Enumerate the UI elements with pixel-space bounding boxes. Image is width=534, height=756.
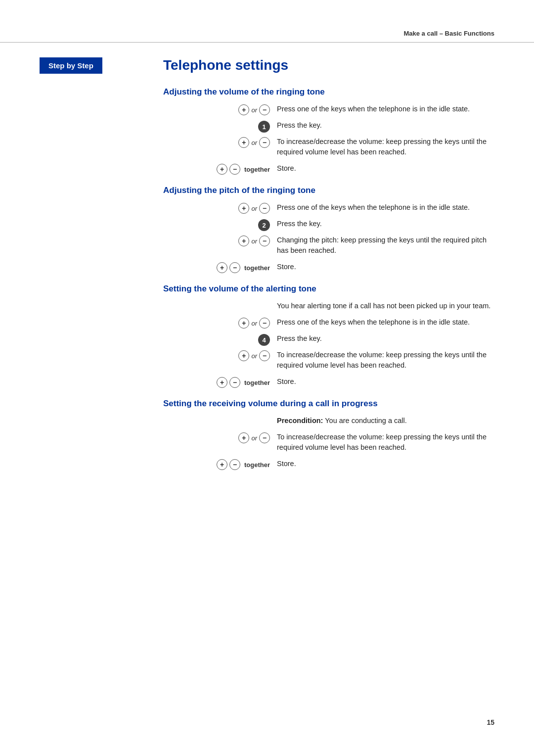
or-label-6: or: [251, 352, 257, 360]
header-text: Make a call – Basic Functions: [403, 30, 494, 37]
key-area-3-2: 4: [163, 333, 277, 346]
key-number-4: 4: [258, 334, 270, 346]
minus-key-together-4: −: [229, 459, 240, 470]
minus-key-4: −: [259, 236, 270, 246]
row-4-2: + − together Store.: [163, 459, 494, 472]
key-area-2-1: + or −: [163, 202, 277, 214]
step-by-step-label: Step by Step: [40, 57, 102, 74]
together-label-3: together: [244, 379, 270, 386]
instruction-3-2: Press the key.: [277, 333, 494, 347]
key-number-1: 1: [258, 121, 270, 133]
together-label-4: together: [244, 461, 270, 469]
minus-key-3: −: [259, 203, 270, 214]
section-title-3: Setting the volume of the alerting tone: [163, 284, 494, 294]
minus-key-6: −: [259, 350, 270, 361]
key-combo-plus-or-minus-2: + or −: [238, 137, 270, 148]
or-label-3: or: [251, 205, 257, 212]
precondition-row: Precondition: You are conducting a call.: [277, 416, 494, 429]
minus-key-together-3: −: [229, 377, 240, 388]
row-2-2: 2 Press the key.: [163, 219, 494, 232]
key-combo-3-1: + or −: [238, 318, 270, 329]
key-area-3-1: + or −: [163, 317, 277, 329]
key-area-4-1: + or −: [163, 432, 277, 443]
or-label-2: or: [251, 139, 257, 146]
left-column: Step by Step: [40, 43, 148, 481]
instruction-4-2: Store.: [277, 459, 494, 472]
instruction-1-3: To increase/decrease the volume: keep pr…: [277, 137, 494, 160]
row-4-1: + or − To increase/decrease the volume: …: [163, 432, 494, 456]
key-area-2-2: 2: [163, 219, 277, 231]
row-3-intro: You hear alerting tone if a call has not…: [163, 301, 494, 314]
right-column: Telephone settings Adjusting the volume …: [148, 43, 494, 481]
key-area-1-3: + or −: [163, 137, 277, 148]
key-area-3-3: + or −: [163, 350, 277, 361]
section-adjusting-volume-ringing: Adjusting the volume of the ringing tone…: [163, 87, 494, 177]
key-together-2: + − together: [217, 262, 270, 273]
section-title-4: Setting the receiving volume during a ca…: [163, 399, 494, 409]
key-area-1-4: + − together: [163, 163, 277, 175]
minus-key-2: −: [259, 137, 270, 148]
plus-key-2: +: [238, 137, 249, 148]
row-1-3: + or − To increase/decrease the volume: …: [163, 137, 494, 160]
plus-key-together-3: +: [217, 377, 227, 388]
instruction-2-3: Changing the pitch: keep pressing the ke…: [277, 235, 494, 259]
key-combo-3-3: + or −: [238, 350, 270, 361]
row-1-2: 1 Press the key.: [163, 120, 494, 134]
main-container: Step by Step Telephone settings Adjustin…: [0, 43, 534, 481]
precondition-label: Precondition:: [277, 417, 323, 425]
instruction-3-4: Store.: [277, 377, 494, 390]
row-3-4: + − together Store.: [163, 377, 494, 390]
key-combo-4-1: + or −: [238, 432, 270, 443]
or-label-5: or: [251, 320, 257, 327]
key-together-3: + − together: [217, 377, 270, 388]
section-adjusting-pitch-ringing: Adjusting the pitch of the ringing tone …: [163, 186, 494, 275]
or-label: or: [251, 106, 257, 114]
instruction-1-1: Press one of the keys when the telephone…: [277, 104, 494, 117]
instruction-2-4: Store.: [277, 262, 494, 275]
together-label-2: together: [244, 264, 270, 272]
row-3-3: + or − To increase/decrease the volume: …: [163, 350, 494, 374]
section-title-2: Adjusting the pitch of the ringing tone: [163, 186, 494, 195]
plus-key-together-1: +: [217, 164, 227, 175]
plus-key: +: [238, 104, 249, 115]
instruction-2-1: Press one of the keys when the telephone…: [277, 202, 494, 216]
instruction-1-4: Store.: [277, 163, 494, 177]
key-area-2-4: + − together: [163, 262, 277, 273]
section-setting-volume-alerting: Setting the volume of the alerting tone …: [163, 284, 494, 390]
plus-key-5: +: [238, 318, 249, 329]
row-4-precondition: Precondition: You are conducting a call.: [163, 416, 494, 429]
instruction-3-3: To increase/decrease the volume: keep pr…: [277, 350, 494, 374]
precondition-text: You are conducting a call.: [325, 417, 407, 425]
instruction-4-1: To increase/decrease the volume: keep pr…: [277, 432, 494, 456]
plus-key-7: +: [238, 432, 249, 443]
instruction-2-2: Press the key.: [277, 219, 494, 232]
row-1-4: + − together Store.: [163, 163, 494, 177]
minus-key-7: −: [259, 432, 270, 443]
page-title: Telephone settings: [163, 57, 494, 73]
key-area-3-intro: [163, 301, 277, 301]
row-2-3: + or − Changing the pitch: keep pressing…: [163, 235, 494, 259]
row-2-4: + − together Store.: [163, 262, 494, 275]
key-combo-2-3: + or −: [238, 236, 270, 246]
key-together-4: + − together: [217, 459, 270, 470]
key-together-1: + − together: [217, 164, 270, 175]
together-label-1: together: [244, 166, 270, 173]
row-3-1: + or − Press one of the keys when the te…: [163, 317, 494, 331]
key-combo-2-1: + or −: [238, 203, 270, 214]
minus-key-5: −: [259, 318, 270, 329]
plus-key-together-2: +: [217, 262, 227, 273]
page-header: Make a call – Basic Functions: [0, 0, 534, 43]
minus-key-together-2: −: [229, 262, 240, 273]
or-label-4: or: [251, 237, 257, 245]
key-area-3-4: + − together: [163, 377, 277, 388]
page-number: 15: [487, 718, 494, 726]
row-1-1: + or − Press one of the keys when the te…: [163, 104, 494, 117]
key-number-2: 2: [258, 219, 270, 231]
key-area-1-2: 1: [163, 120, 277, 133]
key-combo-plus-or-minus: + or −: [238, 104, 270, 115]
or-label-7: or: [251, 434, 257, 442]
key-area-2-3: + or −: [163, 235, 277, 246]
intro-text-3: You hear alerting tone if a call has not…: [277, 301, 494, 314]
minus-key: −: [259, 104, 270, 115]
plus-key-4: +: [238, 236, 249, 246]
